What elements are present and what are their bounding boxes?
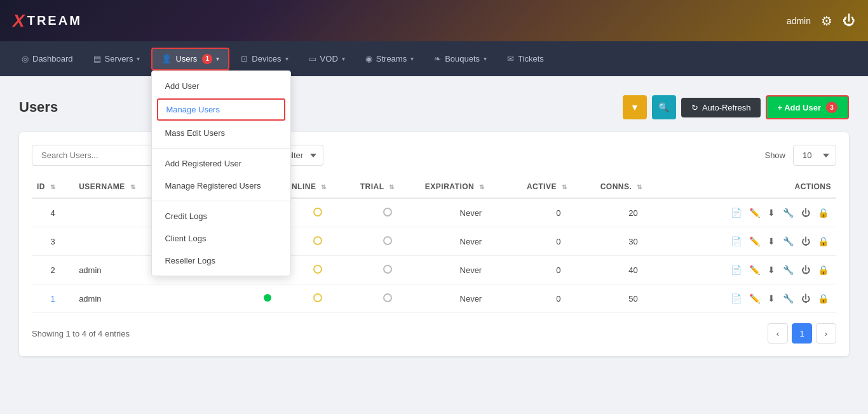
- info-button[interactable]: 📄: [728, 264, 744, 276]
- dropdown-divider-1: [152, 148, 290, 149]
- settings-icon[interactable]: ⚙: [821, 13, 832, 29]
- dropdown-manage-users[interactable]: Manage Users: [157, 98, 285, 121]
- power-button[interactable]: ⏻: [799, 235, 813, 248]
- dropdown-credit-logs[interactable]: Credit Logs: [152, 205, 290, 227]
- power-button[interactable]: ⏻: [799, 292, 813, 305]
- user-id: 3: [50, 237, 55, 246]
- admin-label: admin: [787, 16, 811, 26]
- servers-chevron: ▾: [137, 55, 140, 62]
- toolbar: ▼ 🔍 ↻ Auto-Refresh + Add User 3: [623, 95, 849, 119]
- user-id: 4: [50, 208, 55, 218]
- nav-label-vod: VOD: [320, 54, 338, 63]
- nav-item-streams[interactable]: ◉ Streams ▾: [356, 49, 423, 69]
- prev-page-button[interactable]: ‹: [768, 323, 788, 344]
- search-input[interactable]: [32, 145, 172, 166]
- power-icon[interactable]: ⏻: [843, 13, 855, 28]
- dropdown-add-registered-user[interactable]: Add Registered User: [152, 152, 290, 175]
- nav-item-tickets[interactable]: ✉ Tickets: [498, 49, 553, 69]
- add-user-button[interactable]: + Add User 3: [766, 95, 849, 119]
- info-button[interactable]: 📄: [728, 235, 744, 248]
- nav-item-devices[interactable]: ⊡ Devices ▾: [232, 49, 297, 69]
- cell-username: admin: [74, 284, 171, 313]
- trial-circle: [383, 236, 392, 245]
- cell-conns: 30: [595, 227, 672, 256]
- next-page-button[interactable]: ›: [816, 323, 836, 344]
- cell-password: [171, 284, 254, 313]
- download-button[interactable]: ⬇: [765, 235, 778, 248]
- online-circle: [313, 208, 322, 217]
- dropdown-divider-2: [152, 201, 290, 201]
- table-footer: Showing 1 to 4 of 4 entries ‹ 1 ›: [32, 323, 836, 344]
- cell-actions: 📄 ✏️ ⬇ 🔧 ⏻ 🔒: [671, 256, 836, 284]
- nav-item-vod[interactable]: ▭ VOD ▾: [300, 49, 354, 69]
- adduser-label: + Add User: [777, 103, 821, 112]
- col-conns: CONNS. ⇅: [595, 176, 672, 198]
- cell-id: 4: [32, 198, 74, 227]
- col-expiration: EXPIRATION ⇅: [420, 176, 522, 198]
- cell-trial: [355, 284, 420, 313]
- autorefresh-button[interactable]: ↻ Auto-Refresh: [681, 98, 761, 117]
- col-id: ID ⇅: [32, 176, 74, 198]
- cell-actions: 📄 ✏️ ⬇ 🔧 ⏻ 🔒: [671, 284, 836, 313]
- pagination: ‹ 1 ›: [768, 323, 836, 344]
- tools-button[interactable]: 🔧: [780, 235, 796, 248]
- tools-button[interactable]: 🔧: [780, 206, 796, 219]
- search-icon: 🔍: [658, 102, 669, 112]
- header: X TREAM admin ⚙ ⏻: [0, 0, 868, 41]
- cell-online: [280, 198, 355, 227]
- col-trial: TRIAL ⇅: [355, 176, 420, 198]
- nav-item-bouquets[interactable]: ❧ Bouquets ▾: [425, 49, 496, 69]
- power-button[interactable]: ⏻: [799, 206, 813, 219]
- dropdown-client-logs[interactable]: Client Logs: [152, 227, 290, 250]
- cell-online: [280, 284, 355, 313]
- download-button[interactable]: ⬇: [765, 264, 778, 276]
- table-row: 1 admin Never 0 50 📄 ✏️ ⬇ 🔧 ⏻ 🔒: [32, 284, 836, 313]
- lock-button[interactable]: 🔒: [815, 206, 831, 219]
- logo-x: X: [13, 11, 25, 31]
- download-button[interactable]: ⬇: [765, 206, 778, 219]
- show-select[interactable]: 10 25 50 100: [793, 145, 836, 166]
- header-right: admin ⚙ ⏻: [787, 13, 855, 29]
- search-button[interactable]: 🔍: [652, 95, 676, 119]
- page-1-button[interactable]: 1: [792, 323, 812, 344]
- dropdown-mass-edit-users[interactable]: Mass Edit Users: [152, 122, 290, 144]
- users-dropdown-wrapper: 👤 Users 1 ▾ Add User Manage Users Mass E…: [151, 48, 229, 70]
- dropdown-reseller-logs[interactable]: Reseller Logs: [152, 250, 290, 272]
- nav-item-dashboard[interactable]: ◎ Dashboard: [13, 49, 82, 69]
- cell-status: [254, 284, 280, 313]
- streams-icon: ◉: [365, 54, 372, 63]
- dropdown-add-user[interactable]: Add User: [152, 75, 290, 97]
- edit-button[interactable]: ✏️: [747, 206, 763, 219]
- table-container: All Resellers No Filter Show 10 25 50 10…: [19, 132, 849, 356]
- edit-button[interactable]: ✏️: [747, 235, 763, 248]
- nav-item-servers[interactable]: ▤ Servers ▾: [85, 49, 149, 69]
- main-content: Users ▼ 🔍 ↻ Auto-Refresh + Add User 3 Al…: [0, 76, 868, 375]
- cell-trial: [355, 227, 420, 256]
- trial-circle: [383, 265, 392, 274]
- cell-active: 0: [522, 198, 595, 227]
- user-id-link[interactable]: 1: [50, 294, 55, 304]
- lock-button[interactable]: 🔒: [815, 264, 831, 276]
- online-circle: [313, 293, 322, 302]
- filter-button[interactable]: ▼: [623, 95, 647, 119]
- edit-button[interactable]: ✏️: [747, 292, 763, 305]
- info-button[interactable]: 📄: [728, 292, 744, 305]
- users-icon: 👤: [161, 54, 172, 63]
- edit-button[interactable]: ✏️: [747, 264, 763, 276]
- page-title: Users: [19, 99, 58, 116]
- lock-button[interactable]: 🔒: [815, 292, 831, 305]
- download-button[interactable]: ⬇: [765, 292, 778, 305]
- cell-conns: 50: [595, 284, 672, 313]
- info-button[interactable]: 📄: [728, 206, 744, 219]
- nav-label-streams: Streams: [376, 54, 407, 63]
- tools-button[interactable]: 🔧: [780, 292, 796, 305]
- servers-icon: ▤: [93, 54, 101, 63]
- devices-icon: ⊡: [241, 54, 248, 63]
- power-button[interactable]: ⏻: [799, 264, 813, 276]
- status-online-dot: [264, 294, 271, 302]
- nav-item-users[interactable]: 👤 Users 1 ▾: [151, 48, 229, 70]
- vod-chevron: ▾: [342, 55, 345, 62]
- lock-button[interactable]: 🔒: [815, 235, 831, 248]
- dropdown-manage-registered-users[interactable]: Manage Registered Users: [152, 175, 290, 197]
- tools-button[interactable]: 🔧: [780, 264, 796, 276]
